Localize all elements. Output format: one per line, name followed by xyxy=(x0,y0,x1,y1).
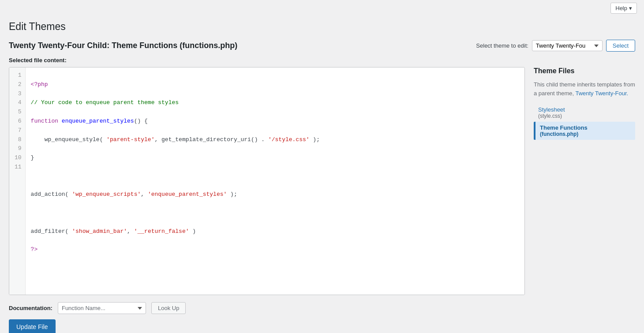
sidebar-file-sub: (style.css) xyxy=(538,113,631,119)
parent-theme-link[interactable]: Twenty Twenty-Four. xyxy=(575,90,628,97)
sidebar-file-name: Stylesheet xyxy=(538,106,565,113)
line-numbers: 1 2 3 4 5 6 7 8 9 10 11 xyxy=(9,67,26,295)
sidebar-file-functions[interactable]: Theme Functions (functions.php) xyxy=(534,122,635,140)
chevron-down-icon: ▾ xyxy=(629,5,632,11)
documentation-bar: Documentation: Function Name... Look Up xyxy=(9,302,635,314)
help-label: Help xyxy=(615,5,627,11)
selected-file-label: Selected file content: xyxy=(9,57,635,64)
sidebar-file-sub-active: (functions.php) xyxy=(540,131,631,137)
sidebar-file-stylesheet[interactable]: Stylesheet (style.css) xyxy=(534,104,635,122)
page-title: Edit Themes xyxy=(9,21,635,33)
code-content[interactable]: <?php // Your code to enqueue parent the… xyxy=(26,67,524,295)
select-button[interactable]: Select xyxy=(606,40,635,52)
update-file-button[interactable]: Update File xyxy=(9,319,56,333)
code-display[interactable]: 1 2 3 4 5 6 7 8 9 10 11 <?php // Your co… xyxy=(9,67,524,295)
sidebar-info: This child theme inherits templates from… xyxy=(534,80,635,97)
theme-files-sidebar: Theme Files This child theme inherits te… xyxy=(534,67,635,140)
sidebar-title: Theme Files xyxy=(534,67,635,75)
help-button[interactable]: Help ▾ xyxy=(610,3,637,14)
lookup-button[interactable]: Look Up xyxy=(151,302,186,314)
sidebar-file-name-active: Theme Functions xyxy=(540,124,588,131)
code-editor-wrapper: 1 2 3 4 5 6 7 8 9 10 11 <?php // Your co… xyxy=(9,67,525,295)
theme-select[interactable]: Twenty Twenty-Fou Twenty Twenty-Four xyxy=(532,40,603,51)
file-title: Twenty Twenty-Four Child: Theme Function… xyxy=(9,41,237,50)
documentation-label: Documentation: xyxy=(9,305,52,311)
select-theme-label: Select theme to edit: xyxy=(476,42,528,49)
documentation-select[interactable]: Function Name... xyxy=(58,302,146,314)
